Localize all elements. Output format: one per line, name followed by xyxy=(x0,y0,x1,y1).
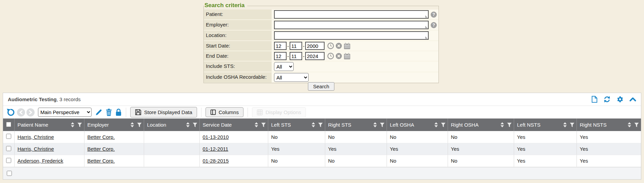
refresh-icon[interactable] xyxy=(603,96,611,103)
footer-checkbox[interactable] xyxy=(7,171,12,176)
right-osha-cell: Yes xyxy=(448,143,514,155)
sort-icon[interactable] xyxy=(563,122,567,127)
filter-icon[interactable] xyxy=(318,123,323,127)
new-record-icon[interactable] xyxy=(591,96,598,103)
columns-icon xyxy=(210,109,216,115)
columns-button[interactable]: Columns xyxy=(206,107,243,117)
service-date-link[interactable]: 01-28-2015 xyxy=(203,158,229,164)
gear-icon[interactable] xyxy=(617,96,624,103)
row-checkbox[interactable] xyxy=(6,134,11,139)
end-month-input[interactable] xyxy=(274,52,287,60)
lock-perspective-icon[interactable] xyxy=(115,108,122,116)
column-header-service-date[interactable]: Service Date xyxy=(199,118,268,131)
employer-link[interactable]: Better Corp. xyxy=(87,146,115,152)
next-perspective-icon[interactable] xyxy=(26,108,35,116)
sort-icon[interactable] xyxy=(71,122,74,127)
select-all-checkbox[interactable] xyxy=(6,122,11,127)
start-day-input[interactable] xyxy=(290,42,302,50)
sort-icon[interactable] xyxy=(373,122,377,127)
employer-link[interactable]: Better Corp. xyxy=(87,134,115,140)
column-header-left-nsts[interactable]: Left NSTS xyxy=(514,118,577,131)
end-date-label: End Date: xyxy=(204,51,272,61)
calendar-icon[interactable] xyxy=(344,42,351,50)
calendar-icon[interactable] xyxy=(344,53,351,60)
undo-icon[interactable] xyxy=(6,108,15,116)
sort-icon[interactable] xyxy=(186,122,190,127)
row-checkbox[interactable] xyxy=(6,146,11,151)
clock-icon[interactable] xyxy=(327,42,334,49)
left-sts-cell: No xyxy=(268,155,325,167)
patient-row: Patient: ? xyxy=(204,10,438,20)
column-header-right-osha[interactable]: Right OSHA xyxy=(448,118,514,131)
clock-icon[interactable] xyxy=(327,53,334,59)
location-input[interactable] xyxy=(274,31,429,40)
column-header-employer[interactable]: Employer xyxy=(84,118,144,131)
include-osha-select[interactable]: All xyxy=(274,73,309,82)
panel-title: Audiometric Testing xyxy=(8,96,57,102)
sort-icon[interactable] xyxy=(628,122,631,127)
column-header-right-sts[interactable]: Right STS xyxy=(325,118,387,131)
filter-icon[interactable] xyxy=(261,123,266,127)
include-osha-row: Include OSHA Recordable: All xyxy=(204,72,438,83)
patient-input[interactable] xyxy=(274,10,429,19)
employer-input[interactable] xyxy=(274,21,429,29)
sort-icon[interactable] xyxy=(131,122,134,127)
table-row: Anderson, Frederick Better Corp. 01-28-2… xyxy=(3,155,641,167)
start-year-input[interactable] xyxy=(305,42,325,50)
filter-icon[interactable] xyxy=(380,123,385,127)
service-date-link[interactable]: 01-13-2010 xyxy=(203,134,229,140)
filter-icon[interactable] xyxy=(193,123,197,127)
filter-icon[interactable] xyxy=(634,123,639,127)
end-date-row: End Date: - - xyxy=(204,51,438,61)
collapse-panel-icon[interactable] xyxy=(629,97,636,102)
sort-icon[interactable] xyxy=(501,122,504,127)
left-osha-cell: No xyxy=(387,131,448,143)
clear-date-icon[interactable] xyxy=(335,53,342,59)
patient-link[interactable]: Harris, Christine xyxy=(18,146,54,152)
store-displayed-data-button[interactable]: Store Displayed Data xyxy=(130,107,197,117)
column-header-right-nsts[interactable]: Right NSTS xyxy=(577,118,641,131)
start-month-input[interactable] xyxy=(274,42,287,50)
delete-perspective-icon[interactable] xyxy=(105,108,112,116)
end-day-input[interactable] xyxy=(290,52,302,60)
right-nsts-cell: Yes xyxy=(577,155,641,167)
include-sts-select[interactable]: All xyxy=(274,62,294,71)
filter-icon[interactable] xyxy=(507,123,512,127)
service-date-link[interactable]: 01-12-2011 xyxy=(203,146,229,152)
perspective-select[interactable]: Main Perspective xyxy=(38,108,92,117)
filter-icon[interactable] xyxy=(570,123,574,127)
filter-icon[interactable] xyxy=(77,123,82,127)
grid-icon xyxy=(257,109,263,115)
include-sts-label: Include STS: xyxy=(204,61,272,72)
employer-help-icon[interactable]: ? xyxy=(431,22,437,28)
column-header-left-sts[interactable]: Left STS xyxy=(268,118,325,131)
location-cell xyxy=(144,131,199,143)
patient-help-icon[interactable]: ? xyxy=(431,12,437,18)
patient-label: Patient: xyxy=(204,10,272,19)
row-checkbox[interactable] xyxy=(6,158,11,163)
column-header-left-osha[interactable]: Left OSHA xyxy=(387,118,448,131)
sort-icon[interactable] xyxy=(434,122,438,127)
filter-icon[interactable] xyxy=(441,123,446,127)
search-button[interactable]: Search xyxy=(308,82,334,91)
sort-icon[interactable] xyxy=(312,122,315,127)
include-sts-row: Include STS: All xyxy=(204,61,438,72)
employer-link[interactable]: Better Corp. xyxy=(87,158,115,164)
patient-link[interactable]: Anderson, Frederick xyxy=(18,158,63,164)
sort-icon[interactable] xyxy=(255,122,258,127)
right-sts-cell: Yes xyxy=(325,143,387,155)
end-year-input[interactable] xyxy=(305,52,325,60)
location-label: Location: xyxy=(204,31,272,40)
search-criteria-title: Search criteria xyxy=(204,2,247,10)
column-header-patient-name[interactable]: Patient Name xyxy=(14,118,84,131)
prev-perspective-icon[interactable] xyxy=(17,108,25,116)
table-footer-row xyxy=(3,167,641,180)
edit-perspective-icon[interactable] xyxy=(95,109,102,116)
column-header-location[interactable]: Location xyxy=(144,118,199,131)
filter-icon[interactable] xyxy=(137,123,142,127)
right-osha-cell: No xyxy=(448,131,514,143)
employer-label: Employer: xyxy=(204,20,272,30)
left-nsts-cell: Yes xyxy=(514,155,577,167)
patient-link[interactable]: Harris, Christine xyxy=(18,134,54,140)
clear-date-icon[interactable] xyxy=(335,42,342,49)
